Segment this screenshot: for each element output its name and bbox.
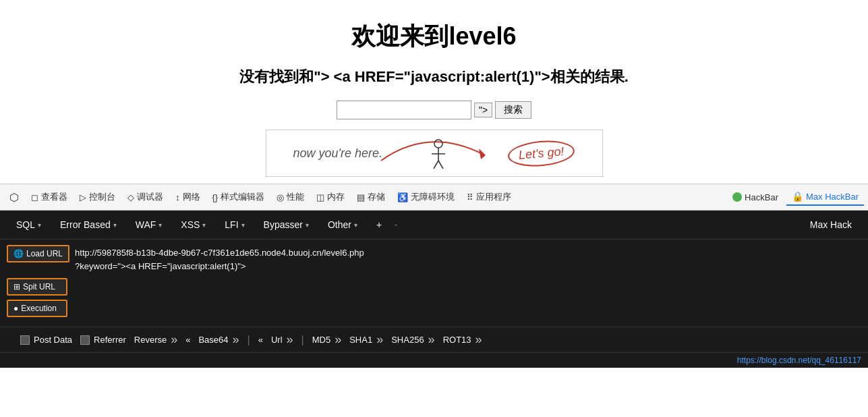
performance-label: 性能 bbox=[287, 191, 304, 203]
pipe-1: | bbox=[248, 334, 250, 346]
hackbar-body: 🌐 Load URL http://598785f8-b13b-4dbe-9b6… bbox=[0, 239, 868, 327]
execution-icon: ● bbox=[13, 304, 18, 313]
menu-error-based[interactable]: Error Based ▾ bbox=[51, 214, 126, 235]
devtools-inspector[interactable]: ◻ 查看器 bbox=[26, 188, 73, 206]
left-double-arrow-1: « bbox=[185, 335, 190, 345]
storage-icon: ▤ bbox=[357, 192, 365, 202]
network-label: 网络 bbox=[183, 191, 200, 203]
svg-point-1 bbox=[434, 140, 442, 148]
load-url-row: 🌐 Load URL http://598785f8-b13b-4dbe-9b6… bbox=[7, 245, 861, 274]
load-url-button[interactable]: 🌐 Load URL bbox=[7, 245, 69, 262]
post-data-label: Post Data bbox=[34, 335, 72, 345]
memory-label: 内存 bbox=[327, 191, 345, 203]
other-caret: ▾ bbox=[354, 221, 357, 229]
xss-caret: ▾ bbox=[202, 221, 206, 229]
devtools-accessibility[interactable]: ♿ 无障碍环境 bbox=[392, 188, 460, 206]
devtools-cursor[interactable]: ⬡ bbox=[4, 188, 24, 206]
devtools-application[interactable]: ⠿ 应用程序 bbox=[461, 188, 517, 206]
sha256-label: SHA256 bbox=[391, 335, 424, 345]
rot13-item[interactable]: ROT13 » bbox=[443, 333, 482, 347]
memory-icon: ◫ bbox=[316, 192, 324, 202]
execution-button[interactable]: ● Execution bbox=[7, 300, 67, 317]
devtools-network[interactable]: ↕ 网络 bbox=[170, 188, 206, 206]
base64-item[interactable]: Base64 » bbox=[198, 333, 239, 347]
status-bar-link[interactable]: https://blog.csdn.net/qq_46116117 bbox=[737, 356, 861, 365]
search-area: "> 搜索 bbox=[13, 101, 855, 119]
cursor-icon: ⬡ bbox=[9, 191, 19, 204]
menu-other[interactable]: Other ▾ bbox=[318, 214, 367, 235]
hackbar-green-icon bbox=[732, 192, 742, 202]
devtools-console[interactable]: ▷ 控制台 bbox=[74, 188, 121, 206]
base64-arrow: » bbox=[233, 333, 239, 347]
max-hackbar-tab[interactable]: 🔒 Max HackBar bbox=[786, 188, 864, 206]
sketch-area: now you're here. Let's go! bbox=[266, 130, 603, 177]
hackbar-tab[interactable]: HackBar bbox=[727, 190, 784, 205]
storage-label: 存储 bbox=[368, 191, 385, 203]
arrow-image-area: now you're here. Let's go! bbox=[13, 126, 855, 177]
hackbar-menu: SQL ▾ Error Based ▾ WAF ▾ XSS ▾ LFI ▾ By… bbox=[0, 211, 868, 239]
devtools-storage[interactable]: ▤ 存储 bbox=[351, 188, 390, 206]
sha1-arrow: » bbox=[376, 333, 383, 347]
devtools-toolbar: ⬡ ◻ 查看器 ▷ 控制台 ◇ 调试器 ↕ 网络 {} 样式编辑器 ◎ 性能 ◫… bbox=[0, 184, 868, 211]
menu-lfi[interactable]: LFI ▾ bbox=[215, 214, 254, 235]
rot13-arrow: » bbox=[475, 333, 482, 347]
max-hackbar-label: Max HackBar bbox=[806, 192, 859, 202]
application-label: 应用程序 bbox=[476, 191, 511, 203]
post-data-item[interactable]: Post Data bbox=[20, 335, 72, 345]
execution-row: ● Execution bbox=[7, 300, 861, 317]
menu-waf[interactable]: WAF ▾ bbox=[126, 214, 172, 235]
other-label: Other bbox=[328, 219, 351, 230]
base64-label: Base64 bbox=[198, 335, 228, 345]
left-arrows-1[interactable]: « bbox=[185, 335, 190, 345]
xss-label: XSS bbox=[181, 219, 200, 230]
devtools-debugger[interactable]: ◇ 调试器 bbox=[122, 188, 169, 206]
md5-arrow: » bbox=[335, 333, 341, 347]
main-content: 欢迎来到level6 没有找到和"> <a HREF="javascript:a… bbox=[0, 0, 868, 184]
sha256-item[interactable]: SHA256 » bbox=[391, 333, 434, 347]
menu-sql[interactable]: SQL ▾ bbox=[7, 214, 51, 235]
search-button[interactable]: 搜索 bbox=[495, 101, 531, 119]
reverse-item[interactable]: Reverse » bbox=[134, 333, 177, 347]
sketch-arrow-svg bbox=[374, 134, 509, 174]
md5-item[interactable]: MD5 » bbox=[312, 333, 341, 347]
plus-label: + bbox=[376, 219, 382, 230]
reverse-arrow: » bbox=[171, 333, 177, 347]
split-url-label: Spit URL bbox=[23, 282, 55, 291]
load-icon: 🌐 bbox=[13, 249, 24, 258]
left-double-arrow-2: « bbox=[258, 335, 263, 345]
post-data-checkbox[interactable] bbox=[20, 335, 30, 345]
referrer-checkbox[interactable] bbox=[80, 335, 90, 345]
menu-plus[interactable]: + bbox=[367, 214, 391, 235]
inspector-label: 查看器 bbox=[41, 191, 67, 203]
error-based-label: Error Based bbox=[60, 219, 111, 230]
bypasser-caret: ▾ bbox=[306, 221, 309, 229]
menu-xss[interactable]: XSS ▾ bbox=[171, 214, 215, 235]
search-input[interactable] bbox=[337, 101, 471, 119]
sha1-label: SHA1 bbox=[349, 335, 372, 345]
sql-caret: ▾ bbox=[38, 221, 41, 229]
menu-bypasser[interactable]: Bypasser ▾ bbox=[254, 214, 318, 235]
sketch-right: Let's go! bbox=[508, 141, 575, 166]
hackbar-label: HackBar bbox=[745, 192, 778, 202]
url-item[interactable]: Url » bbox=[271, 333, 293, 347]
sha1-item[interactable]: SHA1 » bbox=[349, 333, 383, 347]
bypasser-label: Bypasser bbox=[264, 219, 303, 230]
style-editor-icon: {} bbox=[212, 192, 219, 202]
devtools-style-editor[interactable]: {} 样式编辑器 bbox=[207, 188, 270, 206]
lets-go-text: Let's go! bbox=[507, 138, 576, 169]
performance-icon: ◎ bbox=[277, 192, 284, 202]
sha256-arrow: » bbox=[428, 333, 435, 347]
split-url-button[interactable]: ⊞ Spit URL bbox=[7, 278, 67, 296]
menu-right-label: Max Hack bbox=[801, 214, 861, 235]
left-arrows-2[interactable]: « bbox=[258, 335, 263, 345]
lfi-caret: ▾ bbox=[241, 221, 245, 229]
accessibility-label: 无障碍环境 bbox=[411, 191, 455, 203]
style-editor-label: 样式编辑器 bbox=[221, 191, 264, 203]
svg-line-5 bbox=[438, 161, 443, 169]
devtools-memory[interactable]: ◫ 内存 bbox=[311, 188, 350, 206]
sketch-text-left: now you're here. bbox=[293, 146, 383, 161]
search-result-message: 没有找到和"> <a HREF="javascript:alert(1)">相关… bbox=[13, 67, 855, 87]
menu-separator: - bbox=[391, 219, 400, 231]
devtools-performance[interactable]: ◎ 性能 bbox=[271, 188, 310, 206]
referrer-item[interactable]: Referrer bbox=[80, 335, 126, 345]
